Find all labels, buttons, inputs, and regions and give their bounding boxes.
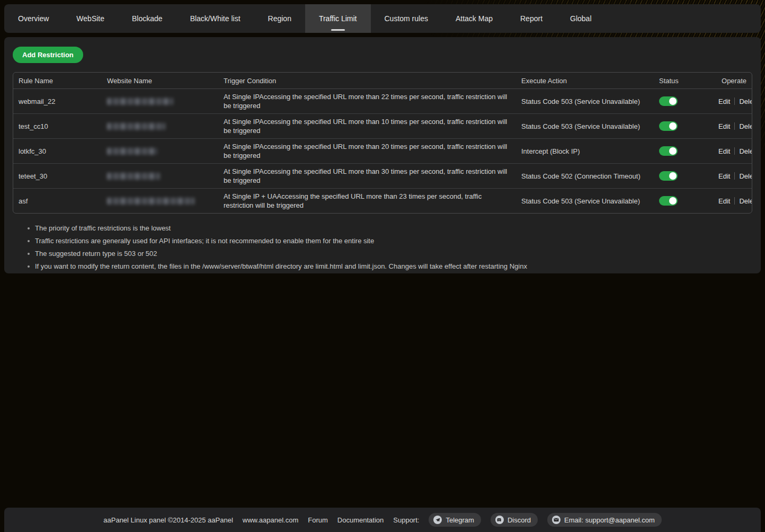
email-button[interactable]: Email: support@aapanel.com [547,513,662,527]
website-name-cell [107,98,224,105]
delete-link[interactable]: Delete [739,197,752,205]
toggle-knob [669,122,677,130]
execute-action-cell: Status Code 502 (Connection Timeout) [521,172,659,180]
website-name-cell [107,123,224,130]
discord-icon [495,516,504,524]
site-link[interactable]: www.aapanel.com [243,516,299,524]
edit-link[interactable]: Edit [718,122,730,130]
trigger-condition-cell: At Single IPAccessing the specified URL … [224,89,521,113]
delete-link[interactable]: Delete [739,122,752,130]
tab-item[interactable]: Black/White list [176,4,254,33]
forum-link[interactable]: Forum [308,516,328,524]
email-label: Email: support@aapanel.com [564,516,655,524]
trigger-condition-cell: At Single IPAccessing the specified URL … [224,164,521,188]
trigger-condition-cell: At Single IPAccessing the specified URL … [224,114,521,138]
tab-item[interactable]: Attack Map [442,4,506,33]
column-header-execute-action: Execute Action [521,77,659,85]
column-header-website-name: Website Name [107,77,224,85]
discord-button[interactable]: Discord [491,513,538,527]
table-row: teteet_30 At Single IPAccessing the spec… [13,164,752,189]
status-cell [659,171,718,181]
delete-link[interactable]: Delete [739,147,752,155]
telegram-icon [433,516,442,524]
status-toggle[interactable] [659,171,678,181]
operate-cell: Edit Delete [718,122,752,130]
table-row: lotkfc_30 At Single IPAccessing the spec… [13,139,752,164]
traffic-limit-table: Rule Name Website Name Trigger Condition… [13,72,752,214]
tab-label: Attack Map [456,14,493,23]
toggle-knob [669,147,677,155]
execute-action-cell: Status Code 503 (Service Unavailable) [521,197,659,205]
edit-link[interactable]: Edit [718,97,730,105]
blurred-website-name [107,123,165,130]
operate-cell: Edit Delete [718,97,752,105]
footer-bar: aaPanel Linux panel ©2014-2025 aaPanel w… [4,508,761,532]
rule-name-cell: teteet_30 [19,172,107,180]
notes-list: The priority of traffic restrictions is … [26,222,752,273]
status-toggle[interactable] [659,146,678,156]
waf-tab-bar: Overview WebSite Blockade Black/White li… [4,4,761,33]
tab-item[interactable]: Region [254,4,305,33]
support-label: Support: [393,516,419,524]
column-header-status: Status [659,77,718,85]
delete-link[interactable]: Delete [739,97,752,105]
table-body: webmail_22 At Single IPAccessing the spe… [13,89,752,213]
tab-item[interactable]: WebSite [63,4,118,33]
rule-name-cell: lotkfc_30 [19,147,107,155]
table-row: test_cc10 At Single IPAccessing the spec… [13,114,752,139]
status-cell [659,121,718,131]
edit-link[interactable]: Edit [718,147,730,155]
website-name-cell [107,173,224,180]
tab-item[interactable]: Traffic Limit [305,4,371,33]
tab-label: Blockade [132,14,163,23]
edit-link[interactable]: Edit [718,172,730,180]
status-cell [659,196,718,206]
edit-link[interactable]: Edit [718,197,730,205]
traffic-limit-panel: Add Restriction Rule Name Website Name T… [4,37,761,273]
toggle-knob [669,197,677,205]
tab-item[interactable]: Custom rules [371,4,442,33]
tab-label: WebSite [76,14,104,23]
operate-divider [734,197,735,205]
execute-action-cell: Status Code 503 (Service Unavailable) [521,122,659,130]
telegram-label: Telegram [446,516,474,524]
status-toggle[interactable] [659,196,678,206]
telegram-button[interactable]: Telegram [429,513,481,527]
execute-action-cell: Intercept (Block IP) [521,147,659,155]
trigger-condition-cell: At Single IP + UAAccessing the specified… [224,189,521,213]
tab-item[interactable]: Overview [4,4,63,33]
website-name-cell [107,198,224,205]
tab-item[interactable]: Blockade [118,4,176,33]
tab-label: Region [268,14,291,23]
delete-link[interactable]: Delete [739,172,752,180]
tab-item[interactable]: Report [506,4,556,33]
note-item: The suggested return type is 503 or 502 [26,247,752,260]
note-item: If you want to modify the return content… [26,260,752,273]
toggle-knob [669,172,677,180]
rule-name-cell: webmail_22 [19,97,107,105]
tab-label: Traffic Limit [319,14,357,23]
operate-divider [734,122,735,130]
operate-divider [734,97,735,105]
discord-label: Discord [508,516,531,524]
add-restriction-button[interactable]: Add Restriction [13,47,83,63]
status-toggle[interactable] [659,121,678,131]
operate-divider [734,172,735,180]
copyright-text: aaPanel Linux panel ©2014-2025 aaPanel [103,516,233,524]
table-row: webmail_22 At Single IPAccessing the spe… [13,89,752,114]
operate-cell: Edit Delete [718,197,752,205]
column-header-rule-name: Rule Name [19,77,107,85]
blurred-website-name [107,198,194,205]
docs-link[interactable]: Documentation [337,516,384,524]
email-icon [552,516,561,524]
tab-label: Report [520,14,542,23]
operate-cell: Edit Delete [718,172,752,180]
column-header-trigger: Trigger Condition [224,77,521,85]
status-toggle[interactable] [659,96,678,106]
tab-item[interactable]: Global [556,4,605,33]
tab-label: Black/White list [190,14,241,23]
operate-divider [734,147,735,155]
tab-label: Overview [18,14,49,23]
blurred-website-name [107,98,173,105]
tab-label: Custom rules [385,14,428,23]
